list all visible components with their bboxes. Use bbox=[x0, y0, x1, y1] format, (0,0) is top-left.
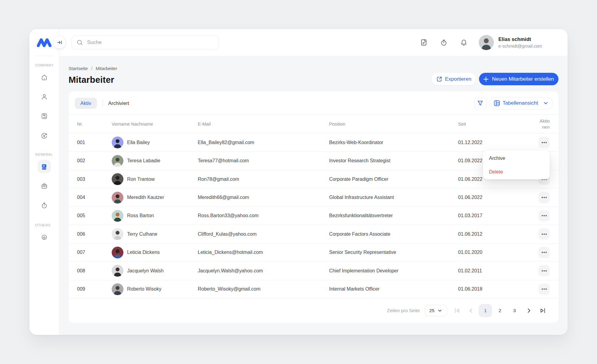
row-actions-button[interactable] bbox=[538, 137, 550, 148]
ellipsis-icon bbox=[541, 194, 548, 201]
page-button-3[interactable]: 3 bbox=[508, 304, 521, 317]
stopwatch-icon bbox=[41, 202, 48, 209]
employee-avatar-image bbox=[112, 247, 123, 258]
col-header-actions: Aktionen bbox=[530, 118, 550, 130]
cell-actions bbox=[530, 265, 550, 276]
context-menu-archive[interactable]: Archive bbox=[483, 153, 550, 163]
cell-since: 01.06.2022 bbox=[458, 195, 530, 200]
chevron-down-icon bbox=[437, 308, 443, 313]
notifications-button[interactable] bbox=[460, 39, 468, 46]
cell-person: Jacquelyn Walsh bbox=[112, 265, 198, 277]
tab-aktiv[interactable]: Aktiv bbox=[75, 98, 97, 109]
cell-email: Clifford_Kulas@yahoo.com bbox=[198, 231, 329, 237]
cell-email: Ross.Barton33@yahoo.com bbox=[198, 213, 329, 218]
tab-archiviert[interactable]: Archiviert bbox=[108, 100, 129, 106]
context-menu-delete[interactable]: Delete bbox=[483, 167, 550, 177]
rows-per-page-select[interactable]: 25 bbox=[425, 305, 447, 316]
cell-person: Ross Barton bbox=[112, 210, 198, 222]
export-button[interactable]: Exportieren bbox=[431, 73, 476, 85]
col-header-nr: Nr. bbox=[77, 121, 112, 126]
table-row[interactable]: 009 Roberto Wisoky Roberto_Wisoky@gmail.… bbox=[69, 280, 558, 298]
cell-since: 01.12.2022 bbox=[458, 140, 530, 145]
user-avatar[interactable] bbox=[479, 35, 494, 50]
cell-position: Bezirksfunktionalitätsvertreter bbox=[329, 213, 458, 218]
sidebar-item-settings[interactable] bbox=[38, 231, 51, 244]
cell-email: Teresa77@hotmail.com bbox=[198, 158, 329, 163]
cell-nr: 001 bbox=[77, 140, 112, 145]
row-actions-button[interactable] bbox=[538, 265, 550, 276]
settings-nut-icon bbox=[41, 234, 48, 241]
row-actions-button[interactable] bbox=[538, 228, 550, 240]
sidebar-item-employees-active[interactable] bbox=[38, 160, 51, 173]
page-buttons: 123 bbox=[478, 304, 522, 317]
cell-nr: 003 bbox=[77, 177, 112, 182]
table-row[interactable]: 001 Ella Bailey Ella_Bailey82@gmail.com … bbox=[69, 133, 558, 152]
time-tracking-button[interactable] bbox=[440, 39, 448, 46]
cell-actions bbox=[530, 137, 550, 148]
table-row[interactable]: 008 Jacquelyn Walsh Jacquelyn.Walsh@yaho… bbox=[69, 262, 558, 280]
chevron-right-icon bbox=[525, 307, 532, 314]
tab-separator bbox=[103, 99, 103, 107]
toolbar-right: Tabellenansicht bbox=[474, 97, 553, 110]
row-actions-button[interactable] bbox=[538, 210, 550, 221]
table-row[interactable]: 004 Meredith Kautzer Meredith66@gmail.co… bbox=[69, 188, 558, 207]
page-button-2[interactable]: 2 bbox=[493, 304, 507, 317]
user-email: e-schmidt@gmail.com bbox=[498, 44, 546, 49]
cell-since: 01.03.2017 bbox=[458, 213, 530, 218]
panel-toolbar: Aktiv Archiviert bbox=[69, 91, 558, 115]
sidebar-item-records[interactable] bbox=[38, 110, 51, 123]
table-view-dropdown[interactable]: Tabellenansicht bbox=[489, 97, 553, 110]
sidebar-item-home[interactable] bbox=[38, 71, 51, 84]
last-page-button[interactable] bbox=[536, 304, 550, 317]
first-page-button[interactable] bbox=[450, 304, 464, 317]
user-block[interactable]: Elias schmidt e-schmidt@gmail.com bbox=[498, 36, 546, 49]
last-page-icon bbox=[539, 307, 546, 314]
sidebar-item-jobs[interactable] bbox=[38, 179, 51, 193]
search-box[interactable] bbox=[72, 35, 219, 49]
chevron-left-icon bbox=[467, 307, 475, 314]
col-header-email: E-Mail bbox=[198, 121, 329, 126]
employee-avatar-image bbox=[112, 265, 123, 277]
table-row[interactable]: 007 Leticia Dickens Leticia_Dickens@hotm… bbox=[69, 244, 558, 262]
table-header: Nr. Vorname Nachname E-Mail Position Sei… bbox=[69, 115, 558, 133]
sidebar-item-people[interactable] bbox=[38, 90, 51, 103]
breadcrumb-home[interactable]: Startseite bbox=[69, 66, 88, 71]
employee-avatar bbox=[112, 228, 123, 240]
row-actions-button[interactable] bbox=[538, 247, 550, 258]
page-button-1[interactable]: 1 bbox=[479, 304, 492, 317]
employee-avatar bbox=[112, 283, 123, 295]
next-page-button[interactable] bbox=[522, 304, 536, 317]
employee-avatar bbox=[112, 265, 123, 277]
sidebar-item-time[interactable] bbox=[38, 199, 51, 212]
content: Startseite / Mitarbeiter Mitarbeiter bbox=[59, 56, 568, 335]
documents-button[interactable] bbox=[420, 39, 428, 46]
breadcrumb-separator: / bbox=[91, 66, 92, 71]
user-avatar-image bbox=[479, 35, 494, 50]
home-icon bbox=[41, 74, 48, 81]
table-footer: Zeilen pro Seite 25 bbox=[69, 298, 558, 323]
export-icon bbox=[436, 76, 443, 83]
search-input[interactable] bbox=[87, 39, 214, 46]
col-header-since: Seit bbox=[458, 121, 530, 126]
first-page-icon bbox=[454, 307, 461, 314]
cell-name: Roberto Wisoky bbox=[127, 286, 161, 292]
cell-position: Internal Markets Officer bbox=[329, 286, 458, 292]
row-actions-button[interactable] bbox=[538, 284, 550, 295]
filter-button[interactable] bbox=[474, 97, 487, 110]
sidebar-collapse-button[interactable] bbox=[53, 36, 66, 49]
create-employee-button[interactable]: Neuen Mitarbeiter erstellen bbox=[479, 73, 558, 85]
cell-name: Ron Trantow bbox=[127, 177, 155, 182]
cell-name: Jacquelyn Walsh bbox=[127, 268, 164, 274]
stopwatch-icon bbox=[440, 39, 448, 47]
previous-page-button[interactable] bbox=[464, 304, 478, 317]
table-row[interactable]: 006 Terry Culhane Clifford_Kulas@yahoo.c… bbox=[69, 225, 558, 243]
person-icon bbox=[41, 93, 48, 100]
employee-avatar-image bbox=[112, 283, 123, 295]
file-document-icon bbox=[420, 39, 428, 46]
row-context-menu: Archive Delete bbox=[483, 150, 550, 179]
cell-nr: 008 bbox=[77, 268, 112, 274]
sidebar-item-payroll[interactable]: $ bbox=[38, 129, 51, 142]
cell-since: 01.02.2011 bbox=[458, 268, 530, 274]
row-actions-button[interactable] bbox=[538, 192, 550, 203]
table-row[interactable]: 005 Ross Barton Ross.Barton33@yahoo.com … bbox=[69, 207, 558, 225]
